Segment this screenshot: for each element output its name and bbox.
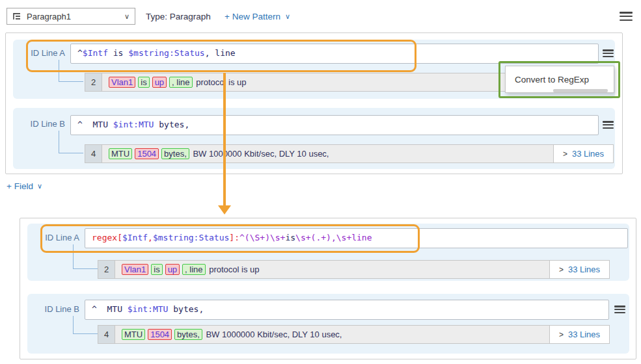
token-matched: , line (182, 264, 205, 275)
chevron-right-icon: > (559, 265, 564, 274)
id-line-b-pattern-input[interactable]: ^ MTU $int:MTU bytes, (70, 115, 599, 135)
new-pattern-button[interactable]: + New Pattern ∨ (225, 12, 290, 21)
connector-line (73, 316, 98, 334)
token-variable: $mstring:Status (153, 229, 229, 247)
line-number: 4 (98, 326, 115, 343)
connector-line (59, 131, 83, 153)
add-field-label: + Field (7, 181, 33, 191)
token-variable: $int:MTU (128, 300, 169, 318)
token-plain: protocol is up (194, 77, 247, 87)
sample-row-line-b-after: 4 MTU1504bytes, BW 1000000 Kbit/sec, DLY… (98, 325, 610, 344)
annotation-arrow-head (218, 205, 231, 214)
pattern-type-label: Type: Paragraph (146, 12, 211, 21)
token-matched: bytes, (174, 329, 202, 340)
token-literal: bytes, (154, 116, 189, 134)
line-number: 4 (85, 145, 102, 162)
token-literal: bytes, (168, 300, 204, 318)
lines-expand-button[interactable]: > 33 Lines (549, 261, 609, 278)
pattern-dropdown-value: Paragraph1 (27, 12, 119, 21)
pattern-dropdown[interactable]: Paragraph1 ∨ (7, 8, 135, 25)
lines-expand-button[interactable]: > 33 Lines (549, 326, 609, 343)
token-captured: 1504 (148, 329, 172, 340)
chevron-right-icon: > (563, 150, 567, 159)
menu-scrollbar-thumb[interactable] (553, 89, 608, 92)
annotation-arrow-line (223, 73, 226, 206)
id-line-b-menu-icon[interactable] (614, 306, 625, 313)
token-plain: protocol is up (207, 265, 260, 274)
id-line-a-menu-icon[interactable] (603, 49, 614, 57)
token-regex: ^(\S+)\s+ (239, 229, 285, 247)
chevron-down-icon: ∨ (285, 13, 290, 20)
id-line-b-label: ID Line B (40, 304, 79, 314)
line-number: 2 (98, 261, 115, 278)
token-captured: up (165, 264, 180, 275)
token-matched: , line (169, 77, 192, 88)
token-captured: Vlan1 (122, 264, 148, 275)
lines-count-label: 33 Lines (568, 330, 600, 339)
toolbar-menu-icon[interactable] (620, 12, 633, 21)
token-matched: MTU (109, 148, 132, 159)
pattern-editor: Paragraph1 ∨ Type: Paragraph + New Patte… (0, 0, 641, 364)
token-variable: $mstring:Status (128, 44, 204, 62)
add-field-button[interactable]: + Field ∨ (7, 181, 42, 191)
token-matched: is (151, 264, 162, 275)
sample-text: MTU1504bytes, BW 1000000 Kbit/sec, DLY 1… (102, 145, 553, 162)
token-variable: $int:MTU (113, 116, 154, 134)
lines-expand-button[interactable]: > 33 Lines (553, 145, 613, 162)
connector-line (59, 60, 83, 82)
line-number: 2 (85, 73, 102, 91)
id-line-a-label: ID Line A (40, 233, 79, 242)
token-matched: bytes, (161, 148, 189, 159)
token-matched: MTU (122, 329, 145, 340)
token-literal: is (285, 229, 295, 247)
id-line-a-pattern-input[interactable]: ^$Intf is $mstring:Status, line (70, 44, 599, 64)
chevron-down-icon: ∨ (37, 183, 42, 190)
id-line-b-pattern-input[interactable]: ^ MTU $int:MTU bytes, (85, 300, 609, 320)
chevron-down-icon: ∨ (124, 13, 130, 20)
token-literal: , line (205, 44, 236, 62)
chevron-right-icon: > (559, 330, 564, 339)
token-marker: ]: (229, 229, 239, 247)
sample-row-line-a-after: 2 Vlan1isup, line protocol is up > 33 Li… (98, 260, 610, 279)
token-literal: is (108, 44, 128, 62)
sample-text: MTU1504bytes, BW 1000000 Kbit/sec, DLY 1… (115, 326, 549, 343)
token-captured: 1504 (135, 148, 159, 159)
connector-line (73, 244, 98, 269)
id-line-a-label: ID Line A (26, 48, 65, 58)
token-variable: $Intf (122, 229, 148, 247)
new-pattern-label: + New Pattern (225, 12, 280, 21)
token-marker: , (148, 229, 153, 247)
lines-count-label: 33 Lines (572, 149, 604, 159)
id-line-a-regex-input[interactable]: regex[$Intf,$mstring:Status]:^(\S+)\s+is… (85, 228, 628, 248)
pattern-icon (12, 12, 21, 20)
token-plain: BW 1000000 Kbit/sec, DLY 10 usec, (204, 330, 342, 339)
token-regex: \s+(.+),\s+line (295, 229, 372, 247)
sample-row-line-b-before: 4 MTU1504bytes, BW 1000000 Kbit/sec, DLY… (85, 144, 614, 163)
convert-to-regexp-label: Convert to RegExp (515, 75, 589, 84)
lines-count-label: 33 Lines (568, 265, 600, 274)
id-line-b-menu-icon[interactable] (603, 121, 614, 129)
token-plain: BW 1000000 Kbit/sec, DLY 10 usec, (191, 149, 329, 159)
token-variable: $Intf (83, 44, 108, 62)
sample-text: Vlan1isup, line protocol is up (115, 261, 549, 278)
token-captured: up (152, 77, 167, 88)
token-matched: is (138, 77, 149, 88)
id-line-b-label: ID Line B (26, 119, 65, 129)
token-captured: Vlan1 (109, 77, 135, 88)
